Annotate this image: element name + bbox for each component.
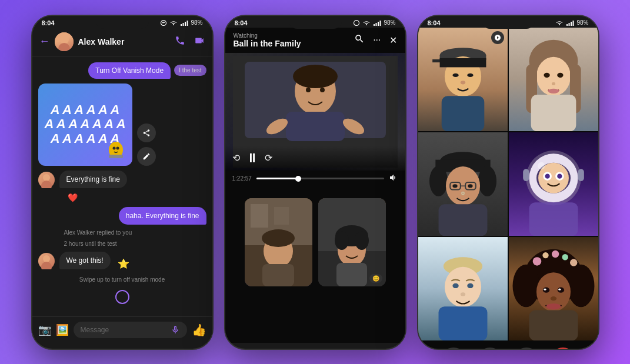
- signal-icon: [180, 20, 188, 26]
- svg-rect-31: [251, 204, 268, 228]
- svg-rect-46: [573, 21, 574, 26]
- swipe-notice: Swipe up to turn off vanish mode: [38, 276, 206, 283]
- video-call-grid: [418, 28, 598, 341]
- svg-point-115: [558, 289, 561, 290]
- flip-camera-button[interactable]: [476, 348, 504, 349]
- edit-icon: [142, 152, 151, 161]
- svg-rect-92: [578, 169, 584, 181]
- phone-watch-party: 8:04 98%: [224, 15, 406, 350]
- watch-party-previews: 😊: [225, 186, 405, 298]
- video-tile-1: [418, 28, 508, 131]
- share-button[interactable]: [137, 123, 156, 142]
- receiver-avatar-2-svg: [38, 253, 55, 269]
- svg-rect-35: [262, 264, 294, 286]
- mic-icon: [171, 325, 180, 335]
- video-tile-4: [509, 132, 598, 236]
- end-call-button[interactable]: [549, 348, 576, 349]
- svg-rect-44: [569, 23, 570, 26]
- show-title: Ball in the Family: [234, 39, 355, 48]
- messenger-content: ← Alex Walker: [32, 28, 212, 343]
- heart-reaction: ❤️: [68, 193, 206, 202]
- messenger-icon: [160, 20, 167, 26]
- progress-track[interactable]: [256, 178, 384, 179]
- preview-card-1: [245, 198, 312, 286]
- back-button[interactable]: ←: [39, 35, 50, 48]
- svg-point-9: [116, 146, 119, 149]
- rewind-button[interactable]: ⟲: [232, 152, 240, 163]
- received-bubble-1: Everything is fine: [59, 171, 127, 188]
- volume-icon[interactable]: [389, 173, 398, 184]
- phone-call-icon[interactable]: [175, 35, 185, 48]
- received-message-1: Everything is fine: [38, 171, 206, 188]
- svg-rect-45: [571, 22, 572, 26]
- phone-messenger: 8:04 98%: [31, 15, 214, 350]
- message-input[interactable]: Message: [74, 322, 187, 338]
- svg-rect-10: [109, 155, 123, 158]
- svg-point-23: [293, 65, 338, 88]
- more-watch-icon[interactable]: ···: [373, 35, 381, 45]
- svg-point-79: [468, 184, 472, 188]
- vanish-text: Turn Off Vanish Mode: [95, 66, 164, 75]
- p3-wifi-icon: [555, 20, 564, 26]
- video-toggle-button[interactable]: [440, 348, 467, 349]
- svg-point-28: [320, 88, 325, 92]
- call-icon-svg: [175, 35, 185, 46]
- svg-point-108: [551, 251, 558, 258]
- svg-point-73: [478, 166, 496, 196]
- phone-1-status-icons: 98%: [160, 19, 202, 26]
- wifi-icon: [169, 20, 178, 26]
- phone-2-notch: [289, 16, 342, 29]
- like-button[interactable]: 👍: [192, 323, 206, 337]
- video-progress-bar: 1:22:57: [225, 171, 405, 186]
- vanish-tag: I the test: [174, 65, 206, 76]
- svg-rect-24: [286, 112, 345, 141]
- avatar-svg: [55, 32, 74, 51]
- svg-rect-118: [529, 310, 578, 340]
- share-icon: [142, 129, 151, 137]
- time-notice: 2 hours until the test: [64, 241, 206, 247]
- photo-input-icon[interactable]: 🖼️: [56, 323, 69, 336]
- svg-point-13: [43, 255, 50, 262]
- sent-bubble-1: haha. Everything is fine: [119, 207, 206, 225]
- phone-2-battery: 98%: [384, 19, 395, 26]
- received-bubble-2: We got this!: [59, 252, 111, 269]
- p3-signal-icon: [566, 20, 574, 26]
- receiver-avatar-svg: [38, 172, 55, 188]
- mute-button[interactable]: [513, 348, 540, 349]
- phone-3-time: 8:04: [428, 19, 441, 26]
- svg-point-93: [538, 162, 545, 169]
- svg-point-110: [569, 259, 576, 266]
- svg-point-15: [354, 20, 359, 25]
- video-player[interactable]: ⟲ ⏸ ⟳: [225, 53, 405, 171]
- volume-icon-svg: [389, 173, 398, 182]
- swipe-text: Swipe up to turn off vanish mode: [79, 276, 165, 283]
- received-text-1: Everything is fine: [66, 175, 120, 183]
- video-call-icon[interactable]: [194, 35, 205, 48]
- search-watch-icon[interactable]: [354, 34, 365, 46]
- progress-thumb: [295, 176, 301, 182]
- person-tile-4-svg: [509, 132, 598, 236]
- pause-button[interactable]: ⏸: [246, 151, 259, 166]
- svg-point-55: [467, 73, 473, 76]
- phone-1-time: 8:04: [42, 19, 55, 26]
- close-watch-icon[interactable]: ✕: [389, 35, 397, 46]
- camera-input-icon[interactable]: 📷: [38, 323, 51, 336]
- sticker-character: [104, 138, 128, 159]
- svg-point-64: [544, 72, 549, 77]
- svg-point-89: [545, 173, 549, 178]
- receiver-avatar-2: [38, 253, 55, 269]
- contact-avatar: [55, 32, 74, 51]
- video-call-content: [418, 28, 598, 343]
- svg-rect-51: [432, 59, 441, 62]
- p2-signal-icon: [373, 20, 381, 26]
- chat-area: Turn Off Vanish Mode I the test A A A A …: [32, 56, 212, 316]
- forward-button[interactable]: ⟳: [265, 152, 272, 163]
- preview-reaction: 😊: [369, 274, 382, 283]
- vanish-bubble: Turn Off Vanish Mode: [88, 62, 171, 79]
- svg-rect-2: [183, 23, 184, 26]
- tile-1-badge: [491, 31, 504, 44]
- phone-1-battery: 98%: [191, 19, 202, 26]
- svg-point-11: [43, 174, 50, 181]
- svg-point-27: [306, 88, 311, 92]
- edit-button[interactable]: [137, 147, 156, 166]
